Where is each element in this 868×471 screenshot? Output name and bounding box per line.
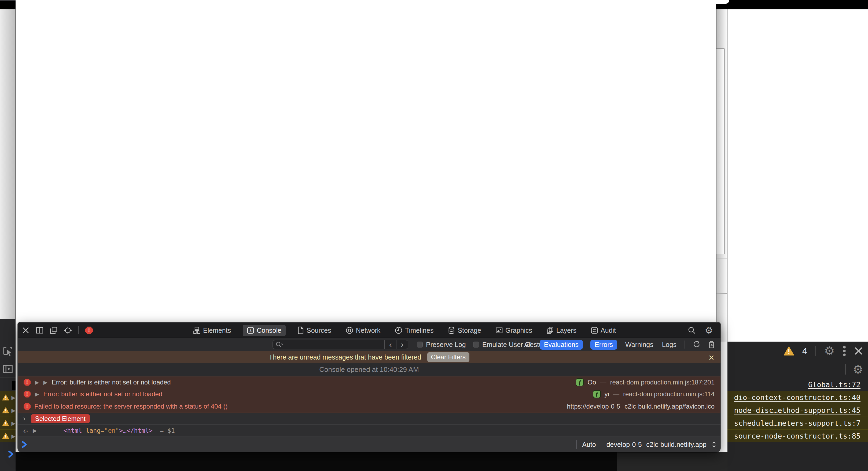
trash-icon[interactable] (708, 340, 715, 348)
console-error-row[interactable]: ! ▶ ▶ Error: buffer is either not set or… (18, 376, 720, 388)
divider (815, 346, 816, 356)
inspect-element-icon[interactable] (3, 346, 13, 356)
error-badge-icon: ! (24, 403, 31, 410)
disclosure-triangle[interactable]: ▶ (35, 379, 39, 385)
search-scope-icon (276, 341, 283, 348)
scope-errors[interactable]: Errors (590, 340, 617, 350)
scope-logs[interactable]: Logs (661, 340, 677, 350)
warning-icon (783, 346, 794, 356)
tab-graphics[interactable]: Graphics (493, 325, 535, 336)
disclosure-triangle[interactable]: ▶ (43, 379, 47, 385)
function-name: yi (604, 390, 609, 398)
tab-network[interactable]: Network (343, 325, 383, 336)
tab-layers[interactable]: Layers (544, 325, 579, 336)
checkbox[interactable] (417, 342, 423, 347)
background-outlined-box (716, 48, 724, 254)
warning-icon (2, 419, 9, 427)
disclosure-triangle[interactable]: ▶ (11, 407, 16, 414)
divider (78, 326, 79, 334)
tab-label: Graphics (505, 327, 532, 334)
disclosure-triangle[interactable]: ▶ (11, 420, 16, 427)
kebab-menu-icon[interactable] (843, 346, 846, 356)
disclosure-triangle[interactable]: ▶ (11, 433, 16, 439)
console-error-row[interactable]: ! Failed to load resource: the server re… (18, 400, 720, 413)
resource-url-link[interactable]: https://develop-0-5--c2lc-build.netlify.… (567, 403, 715, 410)
console-error-row[interactable]: ! ▶ Error: buffer is either not set or n… (18, 388, 720, 400)
error-message: Error: buffer is either not set or not l… (52, 378, 171, 386)
console-warning-row: scheduled…meters-support.ts:7 (727, 416, 868, 430)
find-next-button[interactable]: › (396, 340, 408, 349)
undock-icon[interactable] (50, 327, 57, 334)
source-file-link[interactable]: Global.ts:72 (808, 380, 861, 389)
code-tag: >…</html> (119, 427, 153, 434)
preserve-log-toggle[interactable]: Preserve Log (417, 338, 466, 351)
svg-text:Σ: Σ (249, 328, 252, 333)
scope-evaluations[interactable]: Evaluations (540, 340, 583, 350)
console-warning-row: node-disc…ethod-support.ts:45 (727, 404, 868, 416)
execution-context-selector[interactable]: Auto — develop-0-5--c2lc-build.netlify.a… (576, 439, 716, 450)
background-devtools-left-strip: ▶ ▶ ▶ ▶ (0, 319, 16, 471)
scope-warnings[interactable]: Warnings (625, 340, 654, 350)
close-inspector-icon[interactable] (22, 327, 30, 334)
console-input-row[interactable]: Auto — develop-0-5--c2lc-build.netlify.a… (18, 436, 720, 452)
dock-side-icon[interactable] (36, 327, 43, 334)
element-selection-icon[interactable] (64, 326, 72, 334)
tab-timelines[interactable]: Timelines (392, 325, 436, 336)
tab-label: Layers (556, 327, 577, 334)
source-file-link[interactable]: dio-context-constructor.ts:40 (734, 393, 861, 402)
tab-audit[interactable]: Audit (588, 325, 619, 336)
close-icon[interactable] (854, 346, 863, 356)
tab-storage[interactable]: Storage (445, 325, 484, 336)
disclosure-triangle[interactable]: ▶ (35, 391, 39, 397)
source-file-link[interactable]: node-disc…ethod-support.ts:45 (734, 406, 861, 414)
context-label: Auto — develop-0-5--c2lc-build.netlify.a… (582, 441, 707, 448)
checkbox[interactable] (473, 342, 479, 347)
source-location-link[interactable]: react-dom.production.min.js:187:201 (610, 378, 715, 386)
function-name: Oo (587, 378, 596, 386)
search-input[interactable] (283, 341, 384, 348)
audit-icon (591, 327, 598, 334)
console-warning-row: source-node-constructor.ts:85 (727, 430, 868, 442)
inspector-tab-bar: Elements Σ Console Sources (191, 323, 619, 338)
scope-all[interactable]: All (524, 340, 532, 350)
disclosure-triangle[interactable]: ▶ (11, 394, 16, 401)
background-devtools-panel: 4 ⚙ ⚙ Global.ts:72 dio-context-construct… (727, 342, 868, 471)
source-location-link[interactable]: react-dom.production.min.js:114 (623, 390, 715, 398)
tab-elements[interactable]: Elements (191, 325, 234, 336)
web-inspector-window: ! Elements Σ Console (18, 322, 720, 452)
chevron-right-icon[interactable]: › (23, 414, 26, 423)
background-window-left-edge (0, 9, 16, 319)
code-result: = $1 (153, 427, 175, 434)
divider (845, 364, 846, 375)
tab-sources[interactable]: Sources (295, 325, 334, 336)
tab-console[interactable]: Σ Console (243, 325, 286, 336)
divider (716, 293, 727, 294)
clear-session-refresh-icon[interactable] (692, 340, 701, 349)
background-window-titlebar-right (716, 0, 868, 9)
banner-close-icon[interactable]: ✕ (708, 354, 715, 362)
console-warning-row: ▶ (0, 404, 16, 416)
console-settings-gear-icon[interactable]: ⚙ (853, 364, 863, 375)
find-previous-button[interactable]: ‹ (384, 340, 396, 349)
warning-count: 4 (802, 346, 807, 356)
code-attr: lang= (82, 427, 104, 434)
console-prompt-icon (21, 440, 28, 448)
background-bottom-bar (0, 452, 617, 471)
dock-panel-icon[interactable] (3, 364, 13, 374)
storage-icon (448, 327, 455, 334)
console-warning-row: ▶ (0, 430, 16, 442)
source-file-link[interactable]: source-node-constructor.ts:85 (734, 432, 861, 440)
search-icon[interactable] (688, 326, 696, 334)
code-tag: <html (63, 427, 82, 434)
console-search-field[interactable]: ‹ › (273, 340, 408, 349)
inspector-settings-gear-icon[interactable]: ⚙ (705, 326, 713, 335)
clear-filters-button[interactable]: Clear Filters (427, 352, 469, 362)
source-file-link[interactable]: scheduled…meters-support.ts:7 (734, 419, 861, 427)
background-page-content (727, 9, 868, 342)
checkbox-label: Preserve Log (426, 341, 466, 348)
settings-gear-icon[interactable]: ⚙ (824, 345, 835, 357)
history-chevron-icon[interactable]: ‹· (23, 427, 28, 435)
disclosure-triangle[interactable]: ▶ (33, 427, 37, 434)
console-eval-result-row[interactable]: ‹· ▶ <html lang="en">…</html> = $1 (18, 425, 720, 436)
error-count-badge[interactable]: ! (85, 327, 93, 334)
